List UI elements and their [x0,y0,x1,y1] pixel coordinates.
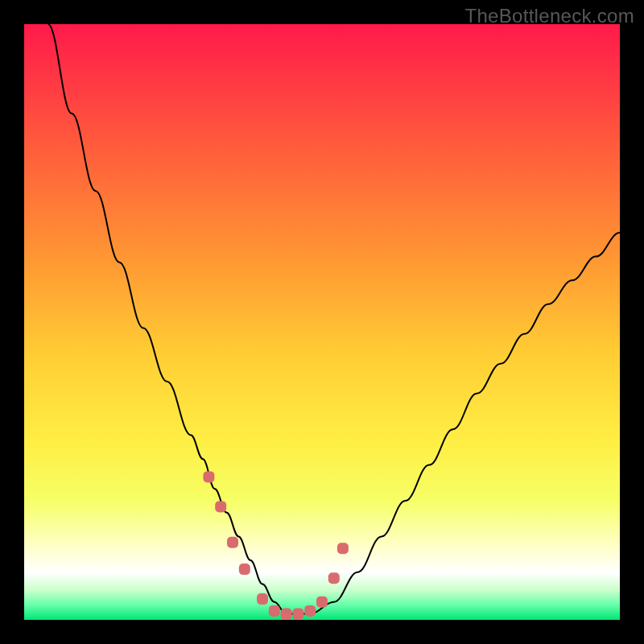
highlight-dot [227,537,238,548]
highlight-dot [215,501,226,512]
highlight-dot [203,471,214,482]
highlight-dot [281,609,292,620]
highlight-dots [203,471,349,619]
chart-overlay [24,24,620,620]
bottleneck-curve [48,24,620,614]
highlight-dot [337,543,349,554]
outer-frame: TheBottleneck.com [0,0,644,644]
highlight-dot [292,609,303,620]
highlight-dot [257,593,268,605]
highlight-dot [316,597,328,608]
highlight-dot [269,605,280,617]
highlight-dot [304,605,316,617]
highlight-dot [239,564,250,575]
highlight-dot [328,572,340,584]
